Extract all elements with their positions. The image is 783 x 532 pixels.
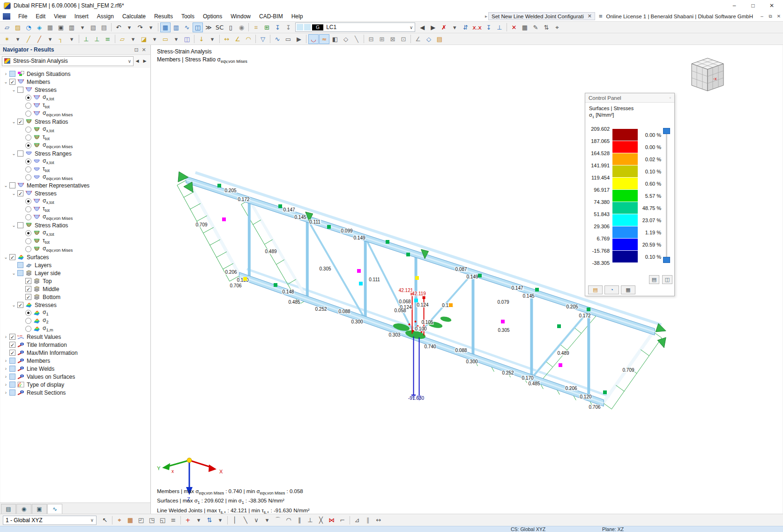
tree-item-eqv-von-mises[interactable]: σeqv,von Mises	[0, 142, 150, 150]
tree-item-x-tot[interactable]: σx,tot	[0, 229, 150, 237]
guidelines-button[interactable]: ≡	[168, 515, 179, 525]
select-objects-button[interactable]: ↖	[100, 515, 110, 525]
tree-item-x-tot[interactable]: σx,tot	[0, 157, 150, 165]
filter-view-button[interactable]: ▽	[258, 34, 268, 44]
tree-item-1[interactable]: σ1	[0, 309, 150, 317]
previous-load-case-button[interactable]: ◀	[417, 22, 427, 32]
tree-item-stress-ranges[interactable]: ⌄Stress Ranges	[0, 150, 150, 157]
opening-menu-button[interactable]: ▾	[171, 34, 181, 44]
isometric-view-button[interactable]: ◇	[424, 34, 434, 44]
new-dimension-button[interactable]: ↔	[222, 34, 232, 44]
node-snap-tool-button[interactable]: ⋈	[327, 515, 337, 525]
tree-expander-icon[interactable]: ›	[2, 358, 9, 363]
coordinate-menu-button[interactable]: ▾	[194, 515, 204, 525]
tree-expander-icon[interactable]: ⌄	[10, 302, 17, 307]
tree-item-result-sections[interactable]: ›Result Sections	[0, 389, 150, 397]
printout-report-button[interactable]: ▤	[99, 22, 109, 32]
tree-item-x-tot[interactable]: σx,tot	[0, 94, 150, 102]
tree-item-layer-side[interactable]: ⌄Layer side	[0, 269, 150, 277]
clip-plane-y-button[interactable]: ⊞	[377, 34, 387, 44]
tree-radio[interactable]	[25, 326, 31, 332]
show-loads-button[interactable]: ↧	[484, 22, 494, 32]
angle-tool-button[interactable]: ∠	[413, 34, 423, 44]
extend-tool-button[interactable]: ⌐	[337, 515, 348, 525]
tree-radio[interactable]	[25, 214, 31, 220]
mdi-minimize-icon[interactable]: –	[758, 14, 766, 19]
comment-console-button[interactable]: ≫	[203, 22, 214, 32]
menu-results[interactable]: Results	[150, 12, 177, 21]
next-load-case-button[interactable]: ▶	[428, 22, 438, 32]
tree-checkbox[interactable]: ✓	[9, 350, 15, 356]
tree-checkbox[interactable]	[17, 87, 23, 93]
dimension-arc-button[interactable]: ◠	[243, 34, 254, 44]
close-button[interactable]: ✕	[762, 0, 781, 11]
arc-tool-button[interactable]: ⌒	[273, 515, 283, 525]
open-model-button[interactable]: ▨	[13, 22, 23, 32]
notification-tab[interactable]: Set New Line Welded Joint Configurati ✕	[488, 12, 595, 20]
tree-checkbox[interactable]	[9, 366, 15, 372]
vertical-line-tool-button[interactable]: │	[230, 515, 240, 525]
navigator-forward-button[interactable]: ▶	[141, 56, 149, 66]
tree-item-members[interactable]: ⌄✓Members	[0, 78, 150, 86]
menu-assign[interactable]: Assign	[93, 12, 118, 21]
clip-plane-z-button[interactable]: ⊠	[388, 34, 398, 44]
tree-checkbox[interactable]: ✓	[17, 302, 23, 308]
tree-radio[interactable]	[25, 135, 31, 141]
new-surface-support-button[interactable]: ≡	[103, 34, 113, 44]
tree-checkbox[interactable]: ✓	[25, 294, 31, 300]
new-block-button[interactable]: ◫	[182, 34, 192, 44]
tree-expander-icon[interactable]: ⌄	[10, 119, 17, 124]
tree-radio[interactable]	[25, 127, 31, 133]
tree-expander-icon[interactable]: ›	[2, 334, 9, 339]
frame-view-button[interactable]: ▭	[283, 34, 293, 44]
render-solid-button[interactable]: ◧	[330, 34, 340, 44]
show-navigator-button[interactable]: ◫	[193, 22, 203, 32]
new-polyline-button[interactable]: ┐	[56, 34, 66, 44]
tree-radio[interactable]	[25, 238, 31, 244]
tree-radio[interactable]	[25, 310, 31, 316]
redo-button[interactable]: ↷	[135, 22, 145, 32]
node-menu-button[interactable]: ▾	[13, 34, 23, 44]
snap-settings-button[interactable]: ⌖	[114, 515, 125, 525]
navigator-tab-display[interactable]: ◉	[16, 504, 31, 514]
tree-item-2[interactable]: σ2	[0, 317, 150, 325]
tree-expander-icon[interactable]: ›	[2, 374, 9, 379]
tree-expander-icon[interactable]: ⌄	[10, 270, 17, 276]
tree-checkbox[interactable]	[17, 262, 23, 268]
tree-item-tot[interactable]: τtot	[0, 134, 150, 142]
measure-tools-button[interactable]: ⌖	[552, 22, 562, 32]
tree-expander-icon[interactable]: ›	[2, 382, 9, 387]
panel-pin-icon[interactable]: ▫	[669, 95, 671, 100]
tree-radio[interactable]	[25, 174, 31, 180]
tree-radio[interactable]	[25, 95, 31, 101]
tree-checkbox[interactable]	[17, 150, 23, 157]
float-panel-icon[interactable]: ⊡	[133, 47, 140, 53]
menu-file[interactable]: File	[14, 12, 31, 21]
new-nodal-load-button[interactable]: ↓	[196, 34, 207, 44]
new-member-button[interactable]: ╱	[34, 34, 45, 44]
insert-object-button[interactable]: ⊞	[261, 22, 272, 32]
menu-view[interactable]: View	[50, 12, 70, 21]
mirror-view-button[interactable]: ╲	[351, 34, 362, 44]
insert-load-button[interactable]: ↧	[272, 22, 283, 32]
tree-checkbox[interactable]	[9, 390, 15, 396]
new-nodal-support-button[interactable]: ⊥	[81, 34, 91, 44]
search-icon[interactable]: ≡	[599, 13, 603, 20]
animation-button[interactable]: ▶	[294, 34, 304, 44]
tree-expander-icon[interactable]: ⌄	[10, 87, 17, 92]
work-plane-yz-button[interactable]: ◱	[157, 515, 168, 525]
menu-calculate[interactable]: Calculate	[118, 12, 150, 21]
new-surface-button[interactable]: ▱	[117, 34, 127, 44]
show-tables-button[interactable]: ▦	[160, 22, 171, 32]
tree-checkbox[interactable]: ✓	[9, 334, 15, 340]
menu-insert[interactable]: Insert	[70, 12, 93, 21]
tree-item-members[interactable]: ›Members	[0, 357, 150, 365]
filter-menu-button[interactable]: ▾	[449, 22, 460, 32]
tree-item-bottom[interactable]: ✓Bottom	[0, 293, 150, 301]
tree-radio[interactable]	[25, 230, 31, 236]
navigation-cube[interactable]: -x	[683, 54, 735, 99]
tree-item-x-tot[interactable]: σx,tot	[0, 126, 150, 134]
navigator-back-button[interactable]: ◀	[134, 56, 141, 66]
color-scale-tab[interactable]: ▤	[588, 285, 603, 294]
delete-results-button[interactable]: ✕	[509, 22, 519, 32]
